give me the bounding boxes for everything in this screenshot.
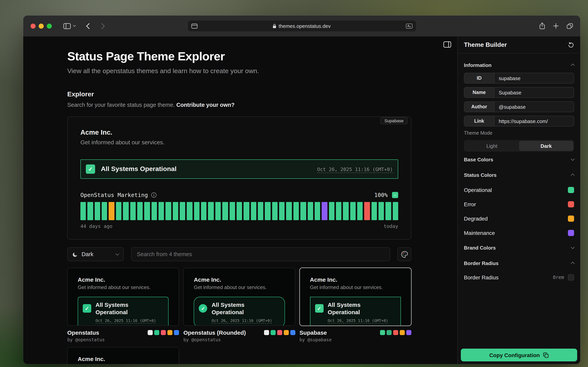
degraded-color-swatch[interactable] — [568, 215, 574, 222]
uptime-bar-operational[interactable] — [81, 202, 86, 220]
author-field[interactable] — [494, 102, 574, 112]
theme-swatches — [264, 330, 295, 335]
section-status-colors[interactable]: Status Colors — [464, 167, 574, 183]
link-field[interactable] — [494, 116, 574, 126]
builder-panel-toggle-button[interactable] — [443, 42, 451, 48]
back-button[interactable] — [87, 24, 91, 28]
theme-mode-dark-button[interactable]: Dark — [519, 141, 573, 151]
minimize-window-button[interactable] — [39, 23, 44, 28]
section-information[interactable]: Information — [464, 57, 574, 73]
uptime-bar-operational[interactable] — [144, 202, 150, 220]
tab-group-chevron-button[interactable] — [73, 25, 75, 26]
operational-color-swatch[interactable] — [568, 187, 574, 193]
reset-icon — [568, 42, 574, 48]
uptime-bar-operational[interactable] — [137, 202, 143, 220]
uptime-bar-operational[interactable] — [279, 202, 285, 220]
appearance-dropdown[interactable]: Dark — [67, 247, 124, 261]
uptime-bar-operational[interactable] — [222, 202, 228, 220]
theme-card[interactable]: Acme Inc. Get informed about our service… — [299, 268, 411, 342]
maintenance-color-swatch[interactable] — [568, 230, 574, 236]
address-bar[interactable]: themes.openstatus.dev — [188, 20, 416, 31]
uptime-bar-operational[interactable] — [88, 202, 93, 220]
uptime-bar-operational[interactable] — [166, 202, 171, 220]
new-tab-button[interactable] — [553, 23, 559, 29]
window-controls — [31, 23, 52, 28]
share-button[interactable] — [539, 22, 545, 29]
uptime-bar-operational[interactable] — [265, 202, 271, 220]
uptime-bar-operational[interactable] — [194, 202, 200, 220]
uptime-bar-operational[interactable] — [258, 202, 264, 220]
search-input[interactable] — [131, 247, 390, 261]
uptime-bar-operational[interactable] — [116, 202, 121, 220]
chevron-down-icon — [571, 157, 575, 161]
uptime-bar-operational[interactable] — [130, 202, 136, 220]
uptime-bar-operational[interactable] — [350, 202, 356, 220]
uptime-bar-operational[interactable] — [123, 202, 129, 220]
uptime-bar-operational[interactable] — [336, 202, 342, 220]
uptime-bar-operational[interactable] — [151, 202, 157, 220]
uptime-bar-operational[interactable] — [286, 202, 292, 220]
forward-button[interactable] — [100, 24, 104, 28]
sidebar-icon — [63, 23, 71, 29]
uptime-bar-operational[interactable] — [272, 202, 278, 220]
uptime-bar-operational[interactable] — [386, 202, 391, 220]
website-settings-button[interactable] — [191, 23, 197, 28]
uptime-bar-operational[interactable] — [371, 202, 377, 220]
range-start: 44 days ago — [81, 223, 113, 229]
uptime-bar-operational[interactable] — [208, 202, 214, 220]
uptime-bar-degraded[interactable] — [109, 202, 114, 220]
uptime-bar-operational[interactable] — [307, 202, 313, 220]
uptime-bar-operational[interactable] — [293, 202, 299, 220]
uptime-bar-operational[interactable] — [201, 202, 207, 220]
uptime-bar-error[interactable] — [364, 202, 370, 220]
copy-configuration-button[interactable]: Copy Configuration — [461, 349, 577, 361]
zoom-window-button[interactable] — [47, 23, 52, 28]
uptime-bar-operational[interactable] — [180, 202, 185, 220]
palette-button[interactable] — [397, 247, 411, 261]
section-base-colors[interactable]: Base Colors — [464, 152, 574, 167]
uptime-bar-operational[interactable] — [329, 202, 334, 220]
theme-color-swatch — [380, 330, 385, 335]
monitor-info-button[interactable] — [151, 192, 156, 198]
section-border-radius[interactable]: Border Radius — [464, 255, 574, 271]
theme-card[interactable]: Acme Inc. Get informed about our service… — [67, 347, 179, 364]
uptime-bar-operational[interactable] — [315, 202, 320, 220]
uptime-bar-operational[interactable] — [357, 202, 363, 220]
uptime-bar-operational[interactable] — [159, 202, 164, 220]
status-color-error: Error — [464, 197, 574, 211]
chevron-up-icon — [571, 262, 575, 266]
uptime-bar-operational[interactable] — [102, 202, 107, 220]
uptime-bar-operational[interactable] — [393, 202, 398, 220]
uptime-bar-operational[interactable] — [173, 202, 178, 220]
uptime-bar-operational[interactable] — [300, 202, 306, 220]
uptime-bar-operational[interactable] — [95, 202, 100, 220]
uptime-bar-operational[interactable] — [229, 202, 235, 220]
translate-button[interactable] — [406, 23, 412, 28]
sidebar-toggle-button[interactable] — [63, 23, 71, 29]
uptime-bar-operational[interactable] — [244, 202, 249, 220]
theme-card[interactable]: Acme Inc. Get informed about our service… — [67, 268, 179, 342]
uptime-bar-operational[interactable] — [343, 202, 349, 220]
name-field[interactable] — [494, 87, 574, 98]
mini-status-label: All Systems Operational — [96, 301, 146, 316]
uptime-bar-operational[interactable] — [215, 202, 221, 220]
theme-mode-light-button[interactable]: Light — [465, 141, 519, 151]
uptime-bar-operational[interactable] — [379, 202, 384, 220]
tabs-icon — [567, 23, 573, 29]
theme-mode-toggle: Light Dark — [464, 140, 574, 152]
uptime-bar-operational[interactable] — [237, 202, 242, 220]
uptime-bar-operational[interactable] — [187, 202, 193, 220]
field-row-name: Name — [464, 87, 574, 98]
theme-badge: Supabase — [381, 117, 407, 124]
theme-card[interactable]: Acme Inc. Get informed about our service… — [184, 268, 295, 342]
uptime-bar-maintenance[interactable] — [322, 202, 327, 220]
id-field[interactable] — [494, 73, 574, 83]
section-brand-colors[interactable]: Brand Colors — [464, 240, 574, 255]
border-radius-input[interactable] — [568, 274, 574, 281]
error-color-swatch[interactable] — [568, 201, 574, 207]
uptime-bar-operational[interactable] — [251, 202, 256, 220]
reset-theme-button[interactable] — [568, 42, 574, 48]
show-tabs-button[interactable] — [567, 23, 573, 29]
contribute-link[interactable]: Contribute your own? — [176, 102, 234, 108]
close-window-button[interactable] — [31, 23, 36, 28]
